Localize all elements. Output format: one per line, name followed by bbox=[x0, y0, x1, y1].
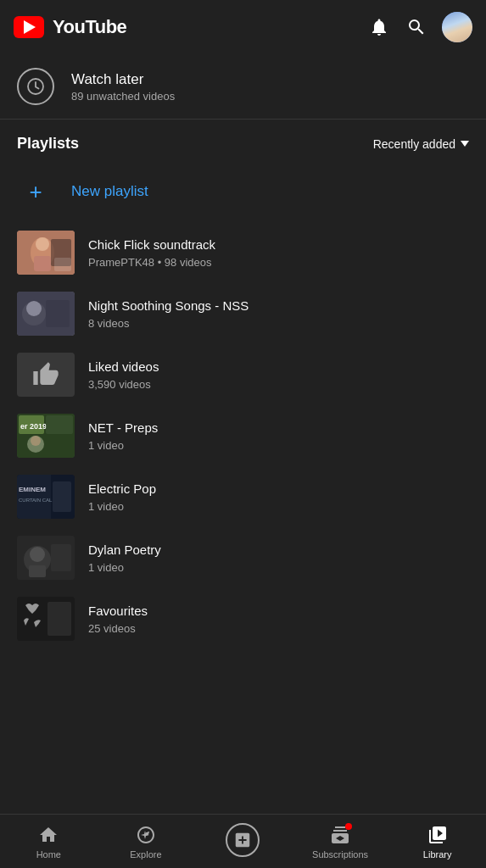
svg-text:er 2019: er 2019 bbox=[20, 422, 47, 431]
playlist-name: Chick Flick soundtrack bbox=[88, 236, 215, 253]
playlist-info: Chick Flick soundtrack PramePTK48 • 98 v… bbox=[88, 236, 215, 269]
avatar[interactable] bbox=[442, 12, 472, 42]
playlist-thumbnail bbox=[17, 597, 75, 641]
svg-point-15 bbox=[31, 436, 41, 446]
logo-area: YouTube bbox=[14, 16, 126, 38]
new-playlist-button[interactable]: + New playlist bbox=[0, 161, 486, 222]
svg-text:CURTAIN CAL: CURTAIN CAL bbox=[19, 498, 53, 503]
svg-rect-17 bbox=[17, 475, 51, 519]
subscriptions-label: Subscriptions bbox=[312, 849, 368, 860]
content-area: Watch later 89 unwatched videos Playlist… bbox=[0, 54, 486, 709]
svg-point-23 bbox=[30, 547, 45, 562]
playlist-name: Liked videos bbox=[88, 359, 159, 376]
notification-badge bbox=[345, 823, 352, 830]
svg-rect-20 bbox=[53, 481, 71, 512]
explore-label: Explore bbox=[130, 849, 161, 860]
playlist-name: Electric Pop bbox=[88, 481, 156, 498]
clock-icon bbox=[17, 68, 54, 105]
watch-later-subtitle: 89 unwatched videos bbox=[71, 90, 175, 103]
library-icon bbox=[427, 824, 449, 846]
playlist-name: Night Soothing Songs - NSS bbox=[88, 298, 249, 314]
play-triangle-icon bbox=[24, 20, 36, 34]
playlist-info: Favourites 25 videos bbox=[88, 603, 148, 635]
playlist-info: Night Soothing Songs - NSS 8 videos bbox=[88, 298, 249, 330]
svg-rect-4 bbox=[34, 256, 51, 271]
list-item[interactable]: er 2019 NET - Preps 1 video bbox=[0, 405, 486, 466]
watch-later-title: Watch later bbox=[71, 71, 175, 88]
playlist-info: Dylan Poetry 1 video bbox=[88, 542, 161, 574]
playlist-meta: PramePTK48 • 98 videos bbox=[88, 256, 215, 269]
svg-rect-24 bbox=[29, 565, 46, 577]
playlist-thumbnail bbox=[17, 536, 75, 580]
svg-rect-25 bbox=[51, 544, 71, 571]
list-item[interactable]: Night Soothing Songs - NSS 8 videos bbox=[0, 283, 486, 344]
svg-point-3 bbox=[36, 237, 49, 251]
playlists-header: Playlists Recently added bbox=[0, 120, 486, 161]
nav-explore[interactable]: Explore bbox=[98, 817, 195, 866]
search-icon[interactable] bbox=[405, 15, 428, 39]
svg-point-8 bbox=[26, 301, 42, 316]
bottom-navigation: Home Explore Subscriptions bbox=[0, 814, 486, 868]
liked-thumbnail bbox=[17, 353, 75, 397]
playlist-thumbnail: er 2019 bbox=[17, 414, 75, 458]
playlist-thumbnail bbox=[17, 292, 75, 336]
header-actions bbox=[367, 12, 472, 42]
playlist-info: NET - Preps 1 video bbox=[88, 420, 158, 452]
nav-add[interactable] bbox=[194, 816, 292, 867]
playlist-meta: 3,590 videos bbox=[88, 378, 159, 391]
list-item[interactable]: Favourites 25 videos bbox=[0, 588, 486, 649]
list-item[interactable]: Chick Flick soundtrack PramePTK48 • 98 v… bbox=[0, 222, 486, 283]
explore-icon bbox=[135, 824, 157, 846]
playlist-name: Favourites bbox=[88, 603, 148, 620]
playlist-thumbnail bbox=[17, 231, 75, 275]
header: YouTube bbox=[0, 0, 486, 54]
playlists-heading: Playlists bbox=[17, 135, 79, 153]
svg-rect-27 bbox=[47, 602, 71, 636]
playlist-name: NET - Preps bbox=[88, 420, 158, 437]
library-label: Library bbox=[423, 849, 452, 860]
playlist-meta: 1 video bbox=[88, 500, 156, 513]
bell-icon[interactable] bbox=[367, 15, 391, 39]
youtube-logo bbox=[14, 16, 44, 38]
list-item[interactable]: EMINEM CURTAIN CAL Electric Pop 1 video bbox=[0, 466, 486, 527]
sort-label: Recently added bbox=[373, 137, 455, 151]
watch-later-text: Watch later 89 unwatched videos bbox=[71, 71, 175, 103]
home-icon bbox=[37, 824, 59, 846]
list-item[interactable]: Dylan Poetry 1 video bbox=[0, 527, 486, 588]
playlist-thumbnail: EMINEM CURTAIN CAL bbox=[17, 475, 75, 519]
playlist-info: Liked videos 3,590 videos bbox=[88, 359, 159, 391]
nav-subscriptions[interactable]: Subscriptions bbox=[292, 817, 389, 866]
plus-icon: + bbox=[17, 173, 54, 210]
watch-later-item[interactable]: Watch later 89 unwatched videos bbox=[0, 54, 486, 119]
playlist-meta: 8 videos bbox=[88, 317, 249, 330]
new-playlist-label: New playlist bbox=[71, 183, 148, 200]
subscriptions-icon bbox=[329, 824, 351, 846]
svg-text:EMINEM: EMINEM bbox=[19, 486, 46, 493]
sort-button[interactable]: Recently added bbox=[373, 137, 469, 151]
add-icon bbox=[226, 823, 260, 857]
svg-rect-13 bbox=[46, 415, 73, 434]
nav-home[interactable]: Home bbox=[0, 817, 98, 866]
nav-library[interactable]: Library bbox=[388, 817, 486, 866]
playlist-meta: 25 videos bbox=[88, 622, 148, 635]
playlist-meta: 1 video bbox=[88, 561, 161, 574]
app-title: YouTube bbox=[53, 16, 126, 38]
playlist-meta: 1 video bbox=[88, 439, 158, 452]
list-item[interactable]: Liked videos 3,590 videos bbox=[0, 344, 486, 405]
svg-rect-9 bbox=[46, 300, 70, 327]
home-label: Home bbox=[36, 849, 61, 860]
avatar-image bbox=[442, 12, 472, 42]
playlist-name: Dylan Poetry bbox=[88, 542, 161, 559]
playlist-info: Electric Pop 1 video bbox=[88, 481, 156, 513]
svg-rect-5 bbox=[51, 239, 71, 266]
chevron-down-icon bbox=[461, 141, 469, 147]
